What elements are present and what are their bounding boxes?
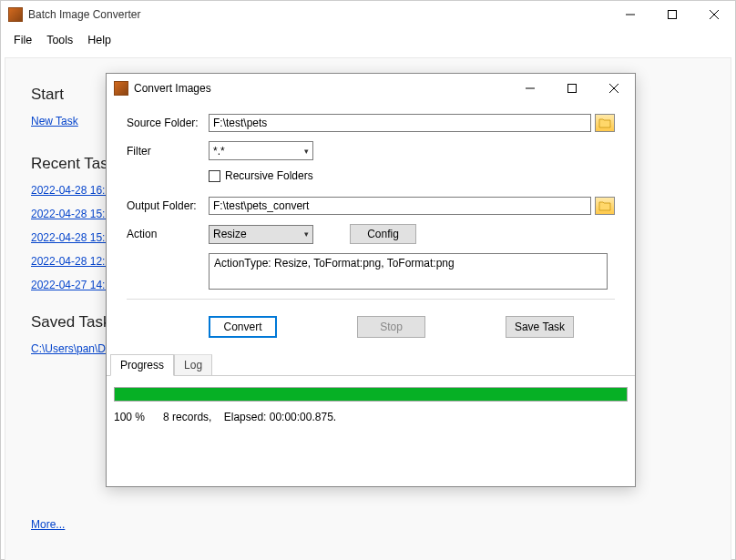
dialog-controls bbox=[509, 75, 635, 102]
source-browse-button[interactable] bbox=[595, 114, 615, 132]
menu-tools[interactable]: Tools bbox=[39, 30, 80, 50]
tabs: Progress Log bbox=[107, 354, 635, 376]
dialog-title: Convert Images bbox=[134, 82, 509, 95]
tab-log[interactable]: Log bbox=[174, 354, 212, 376]
dialog-icon bbox=[114, 81, 128, 96]
output-folder-label: Output Folder: bbox=[127, 199, 209, 212]
action-label: Action bbox=[127, 228, 209, 240]
output-browse-button[interactable] bbox=[595, 197, 615, 215]
menu-help[interactable]: Help bbox=[80, 30, 118, 50]
filter-combo[interactable]: *.* ▾ bbox=[209, 141, 313, 160]
close-button[interactable] bbox=[693, 1, 735, 28]
filter-label: Filter bbox=[127, 145, 209, 158]
progress-fill bbox=[115, 388, 627, 401]
chevron-down-icon: ▾ bbox=[304, 147, 309, 156]
folder-icon bbox=[598, 117, 611, 128]
source-folder-label: Source Folder: bbox=[127, 117, 209, 129]
source-folder-input[interactable] bbox=[209, 114, 591, 132]
stop-button[interactable]: Stop bbox=[357, 316, 425, 338]
separator bbox=[127, 299, 615, 300]
recursive-checkbox[interactable] bbox=[209, 170, 220, 182]
dialog-titlebar[interactable]: Convert Images bbox=[107, 74, 635, 103]
maximize-button[interactable] bbox=[651, 1, 693, 28]
filter-value: *.* bbox=[213, 145, 225, 158]
action-value: Resize bbox=[213, 228, 247, 240]
svg-rect-5 bbox=[568, 85, 577, 93]
svg-rect-1 bbox=[669, 11, 677, 19]
app-title: Batch Image Converter bbox=[28, 8, 609, 21]
recursive-label: Recursive Folders bbox=[225, 169, 313, 182]
dialog-body: Source Folder: Filter *.* ▾ Recursive Fo… bbox=[107, 103, 635, 431]
convert-button[interactable]: Convert bbox=[209, 316, 277, 338]
app-icon bbox=[8, 7, 23, 22]
menubar: File Tools Help bbox=[1, 28, 735, 54]
chevron-down-icon: ▾ bbox=[304, 229, 309, 239]
description-box: ActionType: Resize, ToFormat:png, ToForm… bbox=[209, 253, 608, 290]
main-titlebar: Batch Image Converter bbox=[1, 1, 735, 28]
more-link[interactable]: More... bbox=[31, 518, 65, 531]
folder-icon bbox=[598, 200, 611, 211]
dialog-maximize-button[interactable] bbox=[551, 75, 593, 102]
config-button[interactable]: Config bbox=[350, 224, 416, 244]
status-text: 100 % 8 records, Elapsed: 00:00:00.875. bbox=[114, 411, 628, 423]
save-task-button[interactable]: Save Task bbox=[506, 316, 574, 338]
menu-file[interactable]: File bbox=[6, 30, 39, 50]
tab-progress[interactable]: Progress bbox=[110, 354, 174, 376]
window-controls bbox=[609, 1, 735, 28]
action-combo[interactable]: Resize ▾ bbox=[209, 225, 313, 244]
progress-panel: 100 % 8 records, Elapsed: 00:00:00.875. bbox=[107, 376, 635, 423]
dialog-close-button[interactable] bbox=[593, 75, 635, 102]
convert-dialog: Convert Images Source Folder: Filter *.*… bbox=[106, 73, 636, 487]
minimize-button[interactable] bbox=[609, 1, 651, 28]
dialog-minimize-button[interactable] bbox=[509, 75, 551, 102]
progress-bar bbox=[114, 387, 628, 402]
output-folder-input[interactable] bbox=[209, 197, 591, 215]
